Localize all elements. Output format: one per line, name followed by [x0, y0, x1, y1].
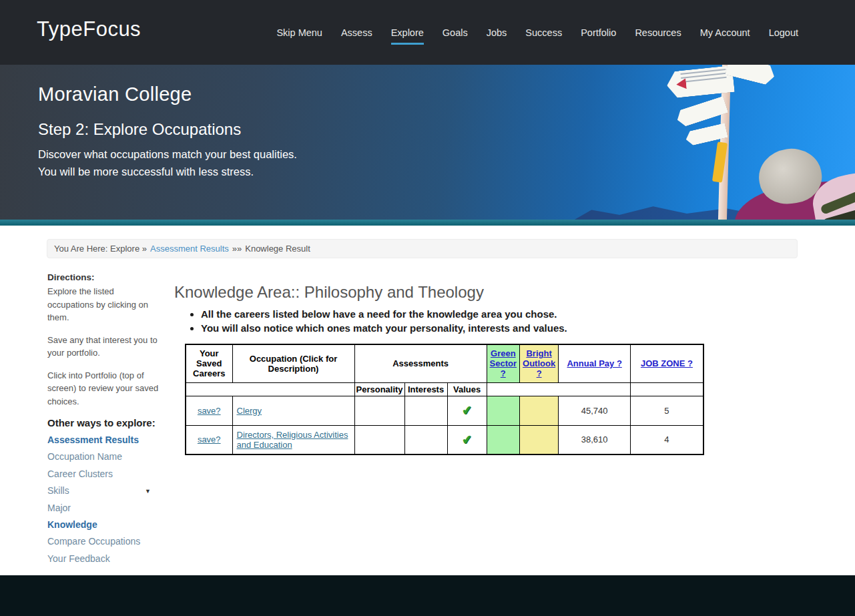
breadcrumb-link-assessment-results[interactable]: Assessment Results: [150, 244, 229, 254]
job-zone-cell: 5: [631, 396, 703, 425]
typefocus-logo[interactable]: TypeFocus: [37, 17, 141, 41]
breadcrumb-prefix: You Are Here: Explore »: [54, 244, 147, 254]
col-annual-pay-link[interactable]: Annual Pay ?: [567, 358, 621, 368]
breadcrumb-separator: »»: [232, 244, 242, 254]
nav-item-assess[interactable]: Assess: [341, 27, 372, 45]
col-bright-outlook-link[interactable]: Bright Outlook ?: [523, 348, 555, 378]
directions-paragraph: Click into Portfolio (top of screen) to …: [47, 369, 160, 408]
teal-divider: [0, 220, 855, 226]
subcol-interests: Interests: [404, 382, 447, 396]
nav-item-success[interactable]: Success: [525, 27, 562, 45]
directions-paragraph: Explore the listed occupations by clicki…: [47, 285, 160, 324]
save-cell: save?: [186, 425, 232, 454]
green-sector-cell: [487, 425, 519, 454]
save-cell-link[interactable]: save?: [198, 406, 221, 416]
directions-title: Directions:: [47, 272, 160, 282]
hero-image: [568, 65, 855, 220]
nav-item-goals[interactable]: Goals: [443, 27, 468, 45]
annual-pay-cell: 45,740: [559, 396, 631, 425]
sidebar-item-assessment-results[interactable]: Assessment Results: [47, 434, 139, 445]
sidebar-item-knowledge[interactable]: Knowledge: [47, 519, 97, 530]
occupation-cell: Clergy: [232, 396, 354, 425]
sidebar-item-compare-occupations[interactable]: Compare Occupations: [47, 536, 140, 547]
col-saved-careers: Your Saved Careers: [186, 344, 232, 382]
subcol-values: Values: [447, 382, 487, 396]
chevron-down-icon[interactable]: ▼: [145, 487, 151, 495]
occupations-table: Your Saved CareersOccupation (Click for …: [185, 344, 704, 455]
main-nav: Skip MenuAssessExploreGoalsJobsSuccessPo…: [276, 0, 798, 65]
interests-cell: [404, 396, 447, 425]
page: TypeFocus Skip MenuAssessExploreGoalsJob…: [0, 0, 855, 616]
sidebar: Directions: Explore the listed occupatio…: [47, 272, 160, 569]
instruction-bullet: You will also notice which ones match yo…: [201, 322, 708, 334]
interests-cell: [404, 425, 447, 454]
sidebar-item-your-feedback[interactable]: Your Feedback: [47, 553, 110, 564]
breadcrumb-current: Knowlege Result: [245, 244, 310, 254]
subcol-personality: Personality: [354, 382, 404, 396]
col-annual-pay: Annual Pay ?: [559, 344, 631, 382]
col-assessments: Assessments: [354, 344, 487, 382]
backpack-strap: [820, 179, 855, 215]
school-name: Moravian College: [38, 83, 297, 105]
trail-marker: [675, 78, 687, 89]
instruction-bullet: All the careers listed below have a need…: [201, 308, 708, 320]
breadcrumb: You Are Here: Explore » Assessment Resul…: [47, 239, 798, 258]
hero-tagline-2: You will be more successful with less st…: [38, 164, 297, 180]
nav-item-skip-menu[interactable]: Skip Menu: [276, 27, 322, 45]
bullet-list: All the careers listed below have a need…: [201, 308, 708, 334]
footer: [0, 575, 855, 616]
hero-banner: Moravian College Step 2: Explore Occupat…: [0, 65, 855, 220]
values-cell: ✔: [447, 396, 487, 425]
save-cell: save?: [186, 396, 232, 425]
personality-cell: [354, 425, 404, 454]
checkmark-icon: ✔: [461, 402, 473, 418]
values-cell: ✔: [447, 425, 487, 454]
bright-outlook-cell: [520, 425, 559, 454]
nav-item-resources[interactable]: Resources: [635, 27, 681, 45]
hero-text: Moravian College Step 2: Explore Occupat…: [38, 83, 297, 180]
nav-item-portfolio[interactable]: Portfolio: [581, 27, 616, 45]
nav-item-my-account[interactable]: My Account: [700, 27, 750, 45]
personality-cell: [354, 396, 404, 425]
knowledge-area-heading: Knowledge Area:: Philosophy and Theology: [174, 283, 708, 302]
table-subheader-row: PersonalityInterestsValues: [186, 382, 703, 396]
page-title: Step 2: Explore Occupations: [38, 120, 297, 139]
table-header-row: Your Saved CareersOccupation (Click for …: [186, 344, 703, 382]
table-row: save?Clergy✔45,7405: [186, 396, 703, 425]
checkmark-icon: ✔: [461, 432, 473, 447]
col-bright-outlook: Bright Outlook ?: [520, 344, 559, 382]
nav-item-jobs[interactable]: Jobs: [487, 27, 507, 45]
explore-links: Assessment ResultsOccupation NameCareer …: [47, 434, 160, 565]
subheader-spacer: [631, 382, 703, 396]
annual-pay-cell: 38,610: [559, 425, 631, 454]
save-cell-link[interactable]: save?: [198, 434, 221, 444]
sidebar-item-skills[interactable]: Skills: [47, 485, 69, 496]
green-sector-cell: [487, 396, 519, 425]
col-green-sector-link[interactable]: Green Sector ?: [490, 348, 517, 378]
subheader-spacer: [487, 382, 631, 396]
nav-item-logout[interactable]: Logout: [769, 27, 798, 45]
job-zone-cell: 4: [631, 425, 703, 454]
table-row: save?Directors, Religious Activities and…: [186, 425, 703, 454]
sidebar-item-career-clusters[interactable]: Career Clusters: [47, 469, 113, 479]
occupation-cell-link[interactable]: Directors, Religious Activities and Educ…: [237, 430, 348, 450]
col-job-zone-link[interactable]: JOB ZONE ?: [641, 358, 693, 368]
col-job-zone: JOB ZONE ?: [631, 344, 703, 382]
sidebar-item-occupation-name[interactable]: Occupation Name: [47, 451, 122, 462]
main-content: Knowledge Area:: Philosophy and Theology…: [174, 283, 708, 455]
col-green-sector: Green Sector ?: [487, 344, 519, 382]
directions-paragraph: Save any that interest you to your portf…: [47, 334, 160, 360]
bright-outlook-cell: [520, 396, 559, 425]
sidebar-item-major[interactable]: Major: [47, 503, 71, 513]
nav-item-explore[interactable]: Explore: [391, 27, 424, 45]
top-nav-bar: TypeFocus Skip MenuAssessExploreGoalsJob…: [0, 0, 855, 65]
col-occupation: Occupation (Click for Description): [232, 344, 354, 382]
hero-tagline-1: Discover what occupations match your bes…: [38, 147, 297, 163]
directions-paragraphs: Explore the listed occupations by clicki…: [47, 285, 160, 408]
occupation-cell: Directors, Religious Activities and Educ…: [232, 425, 354, 454]
occupation-cell-link[interactable]: Clergy: [237, 406, 262, 416]
subheader-spacer: [186, 382, 354, 396]
other-ways-title: Other ways to explore:: [47, 417, 160, 428]
